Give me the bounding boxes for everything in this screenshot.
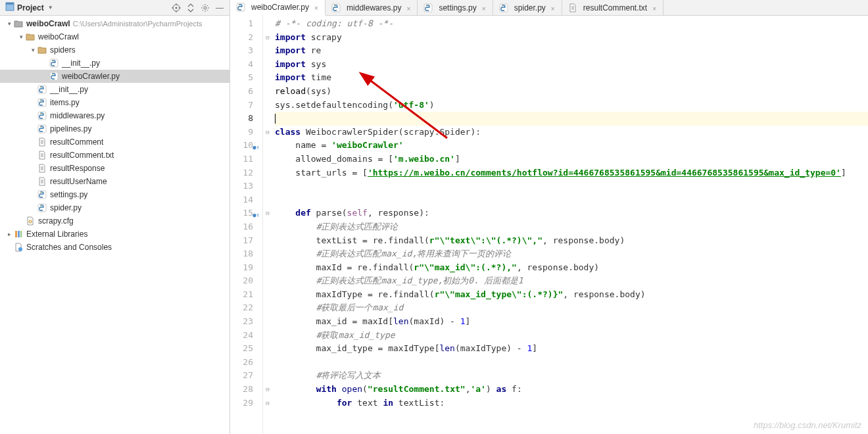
locate-icon[interactable]: [172, 3, 181, 12]
twisty-icon[interactable]: ▾: [17, 34, 25, 40]
tree-item[interactable]: scrapy.cfg: [0, 214, 229, 228]
tree-item[interactable]: ▾spiders: [0, 43, 229, 57]
tree-item[interactable]: ▾weiboCrawlC:\Users\Administrator\Pychar…: [0, 17, 229, 30]
tree-item[interactable]: items.py: [0, 96, 229, 109]
code-line[interactable]: # -*- coding: utf-8 -*-: [275, 17, 868, 31]
code-line[interactable]: def parse(self, response):: [275, 206, 868, 220]
code-content[interactable]: # -*- coding: utf-8 -*-import scrapyimpo…: [272, 16, 868, 434]
hide-icon[interactable]: —: [215, 3, 224, 12]
code-line[interactable]: import sys: [275, 58, 868, 72]
line-number: 9: [230, 126, 253, 139]
tree-item[interactable]: pipelines.py: [0, 122, 229, 135]
code-line[interactable]: import time: [275, 71, 868, 85]
editor-tab[interactable]: weiboCrawler.py×: [230, 0, 326, 16]
code-line[interactable]: maxIdType = re.findall(r"\"max_id_type\"…: [275, 288, 868, 302]
override-icon[interactable]: ●↑: [253, 141, 260, 155]
tree-item[interactable]: ▾weiboCrawl: [0, 30, 229, 43]
project-tool-title[interactable]: Project ▼: [5, 2, 172, 13]
svg-point-10: [52, 60, 53, 61]
fold-icon: [263, 44, 272, 58]
code-line[interactable]: #获取max_id_type: [275, 329, 868, 343]
editor-tab[interactable]: resultComment.txt×: [562, 0, 663, 15]
tab-label: middlewares.py: [347, 3, 401, 12]
close-icon[interactable]: ×: [482, 5, 487, 11]
code-editor[interactable]: 12345678910●↑1112131415●↑161718192021222…: [230, 16, 868, 434]
override-icon[interactable]: ●↑: [253, 208, 260, 222]
code-line[interactable]: class WeibocrawlerSpider(scrapy.Spider):: [275, 126, 868, 139]
tree-label: resultComment: [50, 137, 103, 147]
tree-label: resultResponse: [50, 164, 105, 173]
code-line[interactable]: textList = re.findall(r"\"text\":\"(.*?)…: [275, 234, 868, 248]
code-line[interactable]: max_id_type = maxIdType[len(maxIdType) -…: [275, 342, 868, 356]
line-number: 15●↑: [230, 206, 253, 220]
code-line[interactable]: reload(sys): [275, 85, 868, 99]
fold-icon[interactable]: ⊟: [263, 126, 272, 139]
code-line[interactable]: #正则表达式匹配max_id_type,初始为0. 后面都是1: [275, 274, 868, 288]
svg-point-34: [40, 192, 41, 193]
project-tree[interactable]: ▾weiboCrawlC:\Users\Administrator\Pychar…: [0, 16, 229, 434]
code-line[interactable]: maxId = re.findall(r"\"max_id\":(.*?),",…: [275, 261, 868, 275]
tree-item[interactable]: middlewares.py: [0, 109, 229, 122]
tree-label: __init__.py: [62, 59, 100, 68]
tree-item[interactable]: __init__.py: [0, 57, 229, 70]
tree-label: settings.py: [50, 190, 87, 199]
expand-all-icon[interactable]: [186, 3, 195, 12]
close-icon[interactable]: ×: [551, 5, 556, 11]
code-line[interactable]: import scrapy: [275, 31, 868, 45]
editor-tab[interactable]: middlewares.py×: [326, 0, 418, 15]
twisty-icon[interactable]: ▸: [5, 231, 13, 237]
tree-item[interactable]: resultResponse: [0, 162, 229, 175]
twisty-icon[interactable]: ▾: [5, 20, 13, 27]
svg-point-41: [18, 247, 22, 251]
tree-item[interactable]: settings.py: [0, 188, 229, 201]
py-icon: [235, 2, 246, 12]
tree-label: resultComment.txt: [50, 151, 114, 160]
code-line[interactable]: [275, 193, 868, 207]
code-line[interactable]: [275, 180, 868, 193]
py-icon: [37, 124, 47, 134]
line-number: 21: [230, 288, 253, 302]
code-line[interactable]: import re: [275, 44, 868, 58]
close-icon[interactable]: ×: [314, 5, 320, 10]
code-line[interactable]: #获取最后一个max_id: [275, 301, 868, 315]
gear-icon[interactable]: [201, 3, 210, 12]
tree-item[interactable]: resultComment.txt: [0, 149, 229, 162]
close-icon[interactable]: ×: [406, 5, 412, 11]
tree-item[interactable]: Scratches and Consoles: [0, 241, 229, 254]
close-icon[interactable]: ×: [652, 5, 658, 11]
line-number: 16: [230, 220, 253, 234]
code-line[interactable]: with open("resultComment.txt",'a') as f:: [275, 383, 868, 397]
code-line[interactable]: for text in textList:: [275, 397, 868, 410]
py-icon: [37, 203, 47, 213]
code-line[interactable]: name = 'weiboCrawler': [275, 139, 868, 153]
tab-label: spider.py: [514, 3, 546, 12]
code-line[interactable]: [275, 112, 868, 126]
code-line[interactable]: #将评论写入文本: [275, 369, 868, 383]
code-line[interactable]: #正则表达式匹配评论: [275, 220, 868, 234]
tree-item[interactable]: __init__.py: [0, 83, 229, 96]
fold-icon[interactable]: ⊟: [263, 31, 272, 45]
fold-icon[interactable]: ⊟: [263, 383, 272, 397]
line-number: 12: [230, 166, 253, 180]
code-line[interactable]: max_id = maxId[len(maxId) - 1]: [275, 315, 868, 329]
fold-icon: [263, 247, 272, 261]
code-line[interactable]: sys.setdefaultencoding('utf-8'): [275, 99, 868, 112]
line-number: 23: [230, 315, 253, 329]
editor-tab[interactable]: spider.py×: [493, 0, 562, 15]
code-line[interactable]: allowed_domains = ['m.weibo.cn']: [275, 153, 868, 166]
code-line[interactable]: start_urls = ['https://m.weibo.cn/commen…: [275, 166, 868, 180]
code-line[interactable]: [275, 356, 868, 370]
fold-icon[interactable]: ⊟: [263, 206, 272, 220]
fold-icon[interactable]: ⊟: [263, 397, 272, 410]
tree-item[interactable]: resultUserName: [0, 175, 229, 188]
folder-icon: [37, 45, 47, 55]
code-line[interactable]: #正则表达式匹配max_id,将用来查询下一页的评论: [275, 247, 868, 261]
tree-item[interactable]: ▸External Libraries: [0, 228, 229, 241]
line-number: 18: [230, 247, 253, 261]
editor-tab[interactable]: settings.py×: [418, 0, 493, 15]
svg-rect-40: [20, 231, 22, 237]
tree-item[interactable]: spider.py: [0, 201, 229, 214]
twisty-icon[interactable]: ▾: [29, 47, 37, 53]
tree-item[interactable]: resultComment: [0, 135, 229, 149]
tree-item[interactable]: weiboCrawler.py: [0, 70, 229, 83]
